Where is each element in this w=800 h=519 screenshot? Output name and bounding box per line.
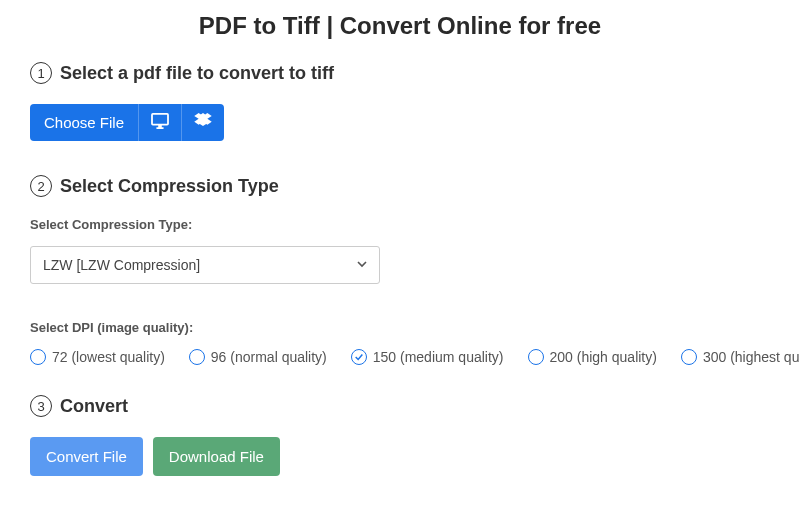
from-dropbox-button[interactable] [181,104,224,141]
compression-select-wrap: LZW [LZW Compression] [30,246,380,284]
step-3-badge: 3 [30,395,52,417]
step-3-label: Convert [60,396,128,417]
dpi-option-label: 200 (high quality) [550,349,657,365]
compression-field-label: Select Compression Type: [30,217,770,232]
radio-icon [189,349,205,365]
radio-icon [351,349,367,365]
radio-icon [681,349,697,365]
dpi-option-label: 96 (normal quality) [211,349,327,365]
action-row: Convert File Download File [30,437,770,476]
dpi-option-2[interactable]: 150 (medium quality) [351,349,504,365]
monitor-icon [151,113,169,132]
step-2-badge: 2 [30,175,52,197]
page-title: PDF to Tiff | Convert Online for free [30,12,770,40]
step-2: 2 Select Compression Type Select Compres… [30,175,770,365]
from-computer-button[interactable] [138,104,181,141]
step-2-label: Select Compression Type [60,176,279,197]
dropbox-icon [194,113,212,132]
dpi-option-0[interactable]: 72 (lowest quality) [30,349,165,365]
download-file-button[interactable]: Download File [153,437,280,476]
dpi-option-label: 72 (lowest quality) [52,349,165,365]
step-1: 1 Select a pdf file to convert to tiff C… [30,62,770,169]
radio-icon [30,349,46,365]
dpi-field-label: Select DPI (image quality): [30,320,770,335]
step-1-header: 1 Select a pdf file to convert to tiff [30,62,770,84]
convert-file-button[interactable]: Convert File [30,437,143,476]
dpi-option-4[interactable]: 300 (highest quality) [681,349,800,365]
choose-file-button[interactable]: Choose File [30,104,138,141]
step-1-label: Select a pdf file to convert to tiff [60,63,334,84]
step-2-header: 2 Select Compression Type [30,175,770,197]
dpi-radio-group: 72 (lowest quality)96 (normal quality)15… [30,349,770,365]
step-3: 3 Convert Convert File Download File [30,395,770,476]
radio-icon [528,349,544,365]
step-3-header: 3 Convert [30,395,770,417]
step-1-badge: 1 [30,62,52,84]
dpi-option-label: 150 (medium quality) [373,349,504,365]
dpi-option-3[interactable]: 200 (high quality) [528,349,657,365]
dpi-option-label: 300 (highest quality) [703,349,800,365]
file-source-buttons: Choose File [30,104,224,141]
dpi-option-1[interactable]: 96 (normal quality) [189,349,327,365]
compression-select[interactable]: LZW [LZW Compression] [30,246,380,284]
